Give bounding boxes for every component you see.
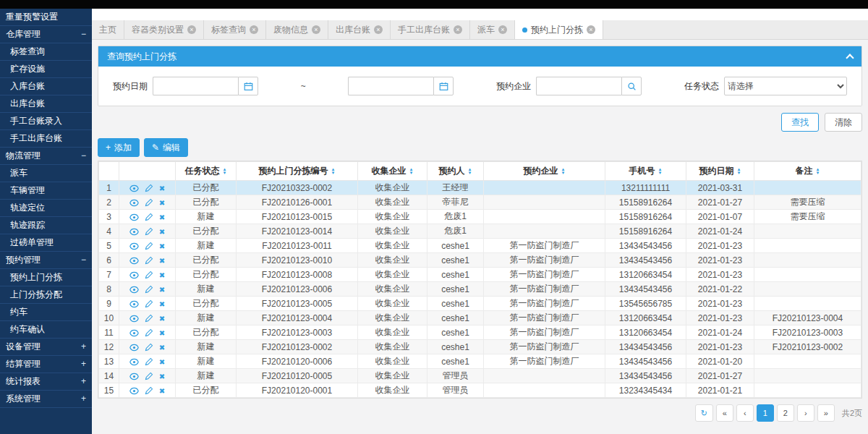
sidebar-item-sub[interactable]: 出库台账 xyxy=(0,95,92,113)
edit-row-icon[interactable] xyxy=(145,299,153,308)
tab-item[interactable]: 出库台账× xyxy=(328,20,391,39)
edit-row-icon[interactable] xyxy=(145,271,153,279)
delete-icon[interactable]: ✖ xyxy=(159,286,165,294)
view-icon[interactable] xyxy=(129,256,139,265)
sort-icon[interactable]: ▲▼ xyxy=(409,168,414,175)
sidebar-item-sub[interactable]: 过磅单管理 xyxy=(0,234,92,252)
calendar-icon[interactable] xyxy=(433,77,454,95)
view-icon[interactable] xyxy=(129,328,139,338)
sidebar-item-section[interactable]: 设备管理+ xyxy=(0,339,92,356)
sidebar-item-sub[interactable]: 预约上门分拣 xyxy=(0,269,92,286)
page-button[interactable]: 2 xyxy=(777,404,794,422)
edit-row-icon[interactable] xyxy=(145,198,153,207)
sort-icon[interactable]: ▲▼ xyxy=(561,168,566,175)
edit-row-icon[interactable] xyxy=(145,213,153,221)
delete-icon[interactable]: ✖ xyxy=(159,373,165,380)
tab-close-icon[interactable]: × xyxy=(498,25,507,34)
view-icon[interactable] xyxy=(129,242,139,251)
column-header[interactable]: 备注▲▼ xyxy=(754,162,861,181)
edit-row-icon[interactable] xyxy=(145,314,153,323)
sidebar-item-sub[interactable]: 手工出库台账 xyxy=(0,130,92,148)
search-icon[interactable] xyxy=(621,77,642,95)
table-row[interactable]: 1✖已分配FJ20210323-0002收集企业王经理1321111111120… xyxy=(99,181,861,195)
table-row[interactable]: 14✖新建FJ20210120-0005收集企业管理员1343454345620… xyxy=(99,369,861,383)
tab-item[interactable]: 容器类别设置× xyxy=(124,20,204,39)
view-icon[interactable] xyxy=(129,299,139,309)
column-header[interactable]: 任务状态▲▼ xyxy=(176,162,237,181)
sidebar-item-sub[interactable]: 轨迹定位 xyxy=(0,200,92,217)
delete-icon[interactable]: ✖ xyxy=(159,213,165,221)
edit-row-icon[interactable] xyxy=(145,386,153,395)
delete-icon[interactable]: ✖ xyxy=(159,242,165,250)
view-icon[interactable] xyxy=(129,372,139,381)
tab-item[interactable]: 标签查询× xyxy=(204,20,266,39)
sidebar-item-sub[interactable]: 入库台账 xyxy=(0,78,92,95)
table-row[interactable]: 7✖已分配FJ20210123-0008收集企业ceshe1第一防盗门制造厂13… xyxy=(99,268,861,282)
sidebar-item-sub[interactable]: 贮存设施 xyxy=(0,61,92,78)
date-from-input[interactable] xyxy=(153,77,238,95)
tab-item[interactable]: 派车× xyxy=(470,20,515,39)
sidebar-item-root[interactable]: 重量预警设置 xyxy=(0,9,92,26)
tab-close-icon[interactable]: × xyxy=(187,25,196,34)
sidebar-item-sub[interactable]: 轨迹跟踪 xyxy=(0,217,92,234)
sidebar-item-sub[interactable]: 约车 xyxy=(0,304,92,321)
add-button[interactable]: + 添加 xyxy=(98,138,140,157)
sidebar-item-section[interactable]: 结算管理+ xyxy=(0,356,92,373)
table-row[interactable]: 15✖已分配FJ20210120-0001收集企业管理员132343454342… xyxy=(99,383,861,398)
table-row[interactable]: 2✖已分配FJ20210126-0001收集企业帝菲尼1515891626420… xyxy=(99,195,861,210)
view-icon[interactable] xyxy=(129,285,139,294)
view-icon[interactable] xyxy=(129,227,139,237)
status-select[interactable]: 请选择 xyxy=(724,77,847,95)
view-icon[interactable] xyxy=(129,213,139,222)
table-row[interactable]: 3✖新建FJ20210123-0015收集企业危废115158916264202… xyxy=(99,210,861,224)
clear-button[interactable]: 清除 xyxy=(825,113,862,132)
sidebar-item-sub[interactable]: 派车 xyxy=(0,165,92,182)
sidebar-item-section[interactable]: 仓库管理− xyxy=(0,26,92,43)
sidebar-item-sub[interactable]: 上门分拣分配 xyxy=(0,286,92,304)
tab-close-icon[interactable]: × xyxy=(250,25,258,34)
sort-icon[interactable]: ▲▼ xyxy=(223,168,227,175)
tab-item[interactable]: 预约上门分拣× xyxy=(515,20,603,39)
edit-button[interactable]: ✎ 编辑 xyxy=(144,138,188,157)
table-row[interactable]: 4✖已分配FJ20210123-0014收集企业危废11515891626420… xyxy=(99,224,861,239)
delete-icon[interactable]: ✖ xyxy=(159,315,165,323)
delete-icon[interactable]: ✖ xyxy=(159,257,165,265)
delete-icon[interactable]: ✖ xyxy=(159,344,165,352)
table-row[interactable]: 8✖新建FJ20210123-0006收集企业ceshe1第一防盗门制造厂134… xyxy=(99,282,861,297)
edit-row-icon[interactable] xyxy=(145,184,153,192)
refresh-icon[interactable]: ↻ xyxy=(695,404,713,422)
edit-row-icon[interactable] xyxy=(145,256,153,265)
column-header[interactable]: 预约上门分拣编号▲▼ xyxy=(237,162,358,181)
sidebar-item-sub[interactable]: 手工台账录入 xyxy=(0,113,92,130)
date-to-input[interactable] xyxy=(348,77,433,95)
search-button[interactable]: 查找 xyxy=(781,113,819,132)
view-icon[interactable] xyxy=(129,184,139,193)
tab-item[interactable]: 废物信息× xyxy=(266,20,328,39)
sort-icon[interactable]: ▲▼ xyxy=(658,168,663,175)
delete-icon[interactable]: ✖ xyxy=(159,199,165,207)
next-page-button[interactable]: › xyxy=(797,404,814,422)
first-page-button[interactable]: « xyxy=(716,404,733,422)
table-row[interactable]: 11✖已分配FJ20210123-0003收集企业ceshe1第一防盗门制造厂1… xyxy=(99,326,861,340)
sidebar-item-section[interactable]: 统计报表+ xyxy=(0,373,92,391)
delete-icon[interactable]: ✖ xyxy=(159,184,165,192)
column-header[interactable]: 收集企业▲▼ xyxy=(358,162,427,181)
table-row[interactable]: 5✖新建FJ20210123-0011收集企业ceshe1第一防盗门制造厂134… xyxy=(99,239,861,253)
edit-row-icon[interactable] xyxy=(145,357,153,366)
calendar-icon[interactable] xyxy=(238,77,258,95)
sidebar-item-sub[interactable]: 车辆管理 xyxy=(0,182,92,200)
tab-close-icon[interactable]: × xyxy=(454,25,462,34)
delete-icon[interactable]: ✖ xyxy=(159,271,165,279)
column-header[interactable]: 手机号▲▼ xyxy=(605,162,686,181)
sort-icon[interactable]: ▲▼ xyxy=(816,168,820,175)
delete-icon[interactable]: ✖ xyxy=(159,228,165,236)
edit-row-icon[interactable] xyxy=(145,328,153,337)
view-icon[interactable] xyxy=(129,357,139,367)
table-row[interactable]: 13✖新建FJ20210120-0006收集企业ceshe1第一防盗门制造厂13… xyxy=(99,354,861,369)
column-header[interactable]: 预约日期▲▼ xyxy=(686,162,754,181)
tab-close-icon[interactable]: × xyxy=(374,25,383,34)
collapse-chevron-icon[interactable] xyxy=(846,54,854,61)
table-row[interactable]: 9✖已分配FJ20210123-0005收集企业ceshe1第一防盗门制造厂13… xyxy=(99,297,861,311)
page-button[interactable]: 1 xyxy=(757,404,774,422)
sort-icon[interactable]: ▲▼ xyxy=(331,168,336,175)
